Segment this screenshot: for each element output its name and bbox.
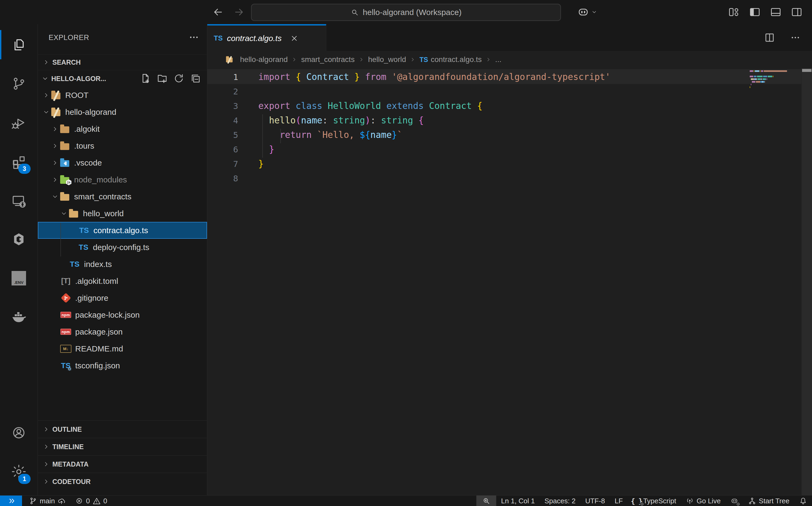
breadcrumb-item[interactable]: ...	[495, 55, 501, 64]
tree-item-contract-algo-ts[interactable]: TScontract.algo.ts	[38, 222, 207, 239]
section-outline[interactable]: OUTLINE	[38, 420, 207, 438]
status-language-mode[interactable]: { }TypeScript	[628, 496, 681, 506]
breadcrumb: hello-algorandsmart_contractshello_world…	[207, 51, 812, 68]
new-file-button[interactable]	[140, 73, 151, 84]
activity-dotenv[interactable]: .ENV	[0, 259, 38, 298]
activity-extensions[interactable]: 3	[0, 142, 38, 181]
section-label: METADATA	[52, 460, 89, 468]
arrow-right-icon	[233, 6, 245, 18]
tree-item-label: index.ts	[84, 260, 112, 269]
copilot-icon	[577, 6, 590, 18]
explorer-icon	[11, 37, 26, 52]
activity-source-control[interactable]	[0, 64, 38, 103]
zoom-in-icon	[482, 497, 490, 505]
code-line: hello(name: string): string {	[258, 113, 742, 128]
file-ts-icon: TS	[68, 258, 81, 270]
tree-item-package-lock-json[interactable]: npmpackage-lock.json	[38, 307, 207, 323]
section-metadata[interactable]: METADATA	[38, 455, 207, 473]
explorer-more-actions-button[interactable]	[188, 31, 200, 44]
activity-explorer[interactable]	[0, 25, 38, 64]
status-label: Spaces: 2	[544, 497, 576, 505]
breadcrumb-label: contract.algo.ts	[431, 55, 482, 64]
section-timeline[interactable]: TIMELINE	[38, 438, 207, 455]
status-indentation[interactable]: Spaces: 2	[540, 496, 581, 506]
tree-item-index-ts[interactable]: TSindex.ts	[38, 256, 207, 273]
folder-open-icon	[59, 190, 71, 203]
tree-item-gitignore[interactable]: .gitignore	[38, 289, 207, 307]
tree-item-readme-md[interactable]: M↓README.md	[38, 340, 207, 357]
command-center-search[interactable]: hello-algorand (Workspace)	[251, 4, 561, 21]
new-folder-button[interactable]	[157, 73, 168, 84]
forward-button[interactable]	[233, 6, 245, 18]
breadcrumb-label: hello_world	[368, 55, 406, 64]
activity-accounts[interactable]	[0, 413, 38, 452]
toggle-primary-sidebar-button[interactable]	[749, 6, 761, 18]
code-line: return `Hello, ${name}`	[258, 128, 742, 142]
code-line	[258, 171, 742, 186]
copilot-menu[interactable]	[577, 0, 597, 24]
tree-item-label: .gitignore	[75, 293, 108, 303]
status-notifications[interactable]	[794, 496, 812, 506]
editor-more-actions-button[interactable]	[790, 32, 801, 44]
status-remote-indicator[interactable]	[0, 496, 22, 506]
chevron-right-icon	[43, 59, 50, 66]
status-go-live[interactable]: Go Live	[681, 496, 726, 506]
tree-item-algokit-toml[interactable]: [T].algokit.toml	[38, 273, 207, 289]
status-branch-status[interactable]: main	[24, 496, 70, 506]
breadcrumb-item[interactable]: hello-algorand	[224, 55, 288, 64]
status-copilot-status[interactable]	[726, 496, 743, 506]
folder-root-icon	[224, 55, 234, 64]
tree-item-root[interactable]: ROOT	[38, 87, 207, 103]
tree-item-node-modules[interactable]: jsnode_modules	[38, 171, 207, 188]
status-encoding[interactable]: UTF-8	[580, 496, 610, 506]
status-cursor-position[interactable]: Ln 1, Col 1	[496, 496, 540, 506]
tab-contract-algo-ts[interactable]: TS contract.algo.ts	[207, 24, 326, 51]
tree-item-hello-world[interactable]: hello_world	[38, 205, 207, 222]
tree-item-vscode[interactable]: .vscode	[38, 154, 207, 171]
tab-close-button[interactable]	[290, 34, 299, 43]
back-button[interactable]	[212, 6, 224, 18]
section-codetour[interactable]: CODETOUR	[38, 473, 207, 490]
activity-run-and-debug[interactable]	[0, 103, 38, 142]
command-center-label: hello-algorand (Workspace)	[363, 8, 461, 17]
line-number: 2	[207, 84, 238, 99]
status-problems[interactable]: 00	[70, 496, 112, 506]
minimap[interactable]	[750, 70, 790, 92]
activity-settings[interactable]: 1	[0, 452, 38, 491]
status-start-tree[interactable]: Start Tree	[743, 496, 794, 506]
chevron-right-icon	[43, 461, 50, 468]
tree-item-tsconfig-json[interactable]: TStsconfig.json	[38, 357, 207, 374]
scrollbar[interactable]	[802, 68, 812, 495]
status-zoom-status[interactable]	[476, 496, 496, 506]
refresh-button[interactable]	[173, 73, 184, 84]
activity-docker[interactable]	[0, 298, 38, 336]
status-eol[interactable]: LF	[610, 496, 628, 506]
tree-item-label: README.md	[75, 344, 123, 353]
activity-remote-explorer[interactable]	[0, 181, 38, 220]
tree-item-label: hello_world	[83, 209, 124, 218]
customize-layout-button[interactable]	[728, 6, 740, 18]
file-toml-icon: [T]	[60, 275, 72, 287]
activity-algokit[interactable]	[0, 220, 38, 259]
tree-item-smart-contracts[interactable]: smart_contracts	[38, 188, 207, 205]
section-workspace[interactable]: HELLO-ALGOR...	[38, 71, 207, 87]
tree-item-tours[interactable]: .tours	[38, 137, 207, 154]
collapse-all-button[interactable]	[190, 73, 201, 84]
editor-group: TS contract.algo.ts hello-algorandsmart_…	[207, 24, 812, 495]
tree-item-algokit[interactable]: .algokit	[38, 120, 207, 137]
toggle-secondary-sidebar-button[interactable]	[791, 6, 803, 18]
code-editor[interactable]: 12345678 import { Contract } from '@algo…	[207, 68, 812, 495]
tree-item-deploy-config-ts[interactable]: TSdeploy-config.ts	[38, 239, 207, 256]
tree-item-package-json[interactable]: npmpackage.json	[38, 323, 207, 340]
section-search[interactable]: SEARCH	[38, 54, 207, 70]
typescript-file-icon: TS	[420, 56, 428, 64]
chevron-down-icon	[591, 9, 597, 15]
tree-item-hello-algorand[interactable]: hello-algorand	[38, 103, 207, 120]
branch-icon	[29, 497, 37, 505]
breadcrumb-item[interactable]: TScontract.algo.ts	[420, 55, 482, 64]
breadcrumb-item[interactable]: smart_contracts	[301, 55, 355, 64]
breadcrumb-item[interactable]: hello_world	[368, 55, 406, 64]
file-md-icon: M↓	[60, 343, 72, 355]
split-editor-button[interactable]	[764, 32, 776, 44]
toggle-panel-button[interactable]	[769, 6, 782, 18]
